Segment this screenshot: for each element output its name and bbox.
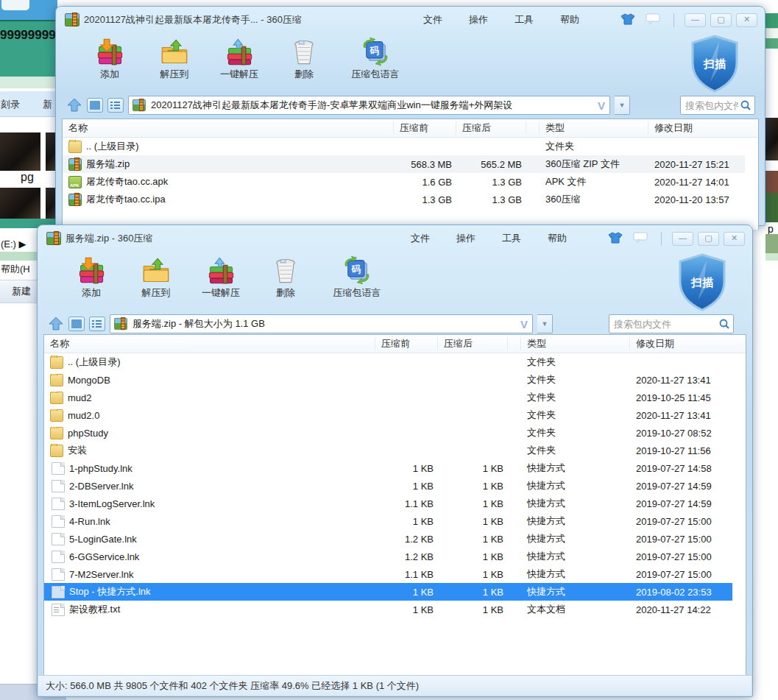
file-row[interactable]: 7-M2Server.lnk1.1 KB1 KB快捷方式2019-07-27 1… bbox=[44, 565, 732, 583]
file-name: 安装 bbox=[68, 444, 87, 457]
view-list-icon[interactable] bbox=[107, 98, 124, 113]
titlebar[interactable]: 20201127战神引起最新版本屠龙传奇手... - 360压缩 文件 操作 工… bbox=[56, 7, 765, 33]
column-after[interactable]: 压缩后 bbox=[438, 337, 508, 350]
column-after[interactable]: 压缩后 bbox=[456, 121, 526, 135]
file-row[interactable]: 服务端.zip568.3 MB565.2 MB360压缩 ZIP 文件2020-… bbox=[63, 155, 745, 173]
file-row[interactable]: MongoDB文件夹2020-11-27 13:41 bbox=[44, 371, 732, 389]
size-before: 1.3 GB bbox=[394, 194, 456, 205]
column-type[interactable]: 类型 bbox=[521, 337, 630, 350]
close-button[interactable]: ✕ bbox=[724, 232, 745, 246]
search-icon[interactable] bbox=[718, 318, 730, 330]
scan-shield-button[interactable]: 扫描 bbox=[687, 33, 743, 95]
file-name-cell: 5-LoginGate.lnk bbox=[44, 533, 375, 545]
file-type: 文件夹 bbox=[540, 140, 648, 153]
file-name-cell: .. (上级目录) bbox=[44, 356, 375, 369]
search-box[interactable] bbox=[680, 96, 755, 115]
file-list-panel: 名称 压缩前 压缩后 类型 修改日期 .. (上级目录)文件夹服务端.zip56… bbox=[62, 119, 759, 230]
minimize-button[interactable]: — bbox=[685, 13, 706, 27]
archive-language-button[interactable]: 码 压缩包语言 bbox=[322, 256, 392, 300]
archive-icon bbox=[68, 158, 82, 171]
menu-help[interactable]: 帮助 bbox=[547, 10, 593, 29]
add-button[interactable]: 添加 bbox=[63, 256, 120, 300]
skin-icon[interactable] bbox=[620, 13, 635, 27]
file-row[interactable]: 安装文件夹2019-10-27 11:56 bbox=[44, 442, 732, 459]
address-input[interactable]: 20201127战神引起最新版本屠龙传奇手游-安卓苹果双端商业win一键服务端+… bbox=[128, 96, 610, 115]
file-row[interactable]: mud2文件夹2019-10-25 11:45 bbox=[44, 389, 732, 406]
minimize-button[interactable]: — bbox=[672, 232, 693, 246]
search-icon[interactable] bbox=[740, 99, 752, 111]
file-row[interactable]: 4-Run.lnk1 KB1 KB快捷方式2019-07-27 15:00 bbox=[44, 512, 732, 530]
background-green-light bbox=[0, 77, 57, 88]
address-input[interactable]: 服务端.zip - 解包大小为 1.1 GB V bbox=[110, 314, 533, 333]
file-row[interactable]: 屠龙传奇tao.cc.ipa1.3 GB1.3 GB360压缩2020-11-2… bbox=[63, 191, 745, 208]
menu-tools[interactable]: 工具 bbox=[501, 10, 547, 29]
menu-operate[interactable]: 操作 bbox=[456, 10, 501, 29]
scan-shield-button[interactable]: 扫描 bbox=[674, 252, 730, 314]
feedback-icon[interactable] bbox=[633, 232, 648, 246]
address-dropdown-button[interactable]: ▼ bbox=[537, 314, 553, 333]
add-button[interactable]: 添加 bbox=[81, 38, 138, 81]
address-dropdown-button[interactable]: ▼ bbox=[615, 96, 630, 115]
file-row[interactable]: 屠龙传奇tao.cc.apk1.6 GB1.3 GBAPK 文件2020-11-… bbox=[63, 173, 745, 191]
search-box[interactable] bbox=[609, 314, 734, 333]
menu-help[interactable]: 帮助 bbox=[534, 229, 580, 248]
lnk-icon bbox=[52, 515, 65, 528]
column-name[interactable]: 名称 bbox=[44, 337, 375, 350]
up-arrow-icon[interactable] bbox=[66, 98, 82, 113]
skin-icon[interactable] bbox=[608, 232, 623, 246]
titlebar[interactable]: 服务端.zip - 360压缩 文件 操作 工具 帮助 — ▢ ✕ bbox=[38, 225, 752, 252]
file-type: 快捷方式 bbox=[521, 568, 630, 581]
scan-label: 扫描 bbox=[703, 57, 726, 70]
view-grid-icon[interactable] bbox=[87, 98, 103, 113]
folder-icon bbox=[50, 392, 63, 404]
one-click-extract-button[interactable]: 一键解压 bbox=[211, 38, 268, 81]
size-after: 565.2 MB bbox=[456, 159, 526, 170]
one-click-extract-button[interactable]: 一键解压 bbox=[192, 256, 250, 300]
maximize-button[interactable]: ▢ bbox=[698, 232, 719, 246]
delete-button[interactable]: 删除 bbox=[275, 38, 333, 81]
file-row[interactable]: 架设教程.txt1 KB1 KB文本文档2020-11-27 14:22 bbox=[44, 601, 732, 618]
file-name: mud2 bbox=[68, 392, 92, 403]
address-bar-row: 20201127战神引起最新版本屠龙传奇手游-安卓苹果双端商业win一键服务端+… bbox=[56, 93, 765, 120]
file-row[interactable]: .. (上级目录)文件夹 bbox=[44, 353, 732, 371]
svg-text:码: 码 bbox=[351, 264, 361, 275]
menu-tools[interactable]: 工具 bbox=[489, 229, 534, 248]
status-bar: 大小: 566.0 MB 共 9805 个文件和 402 个文件夹 压缩率 49… bbox=[38, 675, 752, 696]
file-row[interactable]: Stop - 快捷方式.lnk1 KB1 KB快捷方式2019-08-02 23… bbox=[44, 583, 732, 601]
column-type[interactable]: 类型 bbox=[540, 121, 648, 135]
column-date[interactable]: 修改日期 bbox=[630, 337, 746, 350]
menu-file[interactable]: 文件 bbox=[397, 229, 443, 248]
column-name[interactable]: 名称 bbox=[63, 121, 394, 135]
archive-language-button[interactable]: 码 压缩包语言 bbox=[340, 38, 411, 81]
new-label: 新 bbox=[43, 98, 52, 111]
search-input[interactable] bbox=[612, 318, 718, 330]
file-row[interactable]: mud2.0文件夹2020-11-27 13:41 bbox=[44, 406, 732, 424]
view-grid-icon[interactable] bbox=[68, 317, 85, 331]
search-input[interactable] bbox=[684, 99, 740, 112]
file-row[interactable]: .. (上级目录)文件夹 bbox=[63, 138, 745, 155]
column-date[interactable]: 修改日期 bbox=[648, 121, 758, 135]
extract-to-button[interactable]: 解压到 bbox=[127, 256, 185, 300]
column-before[interactable]: 压缩前 bbox=[394, 121, 456, 135]
delete-button[interactable]: 删除 bbox=[257, 256, 314, 300]
file-row[interactable]: 5-LoginGate.lnk1.2 KB1 KB快捷方式2019-07-27 … bbox=[44, 530, 732, 548]
file-row[interactable]: 6-GGService.lnk1.2 KB1 KB快捷方式2019-07-27 … bbox=[44, 548, 732, 565]
close-button[interactable]: ✕ bbox=[736, 13, 757, 27]
file-list: .. (上级目录)文件夹MongoDB文件夹2020-11-27 13:41mu… bbox=[44, 353, 746, 618]
menu-file[interactable]: 文件 bbox=[410, 10, 456, 29]
file-row[interactable]: 3-ItemLogServer.lnk1.1 KB1 KB快捷方式2019-07… bbox=[44, 495, 732, 512]
file-name: 4-Run.lnk bbox=[69, 516, 110, 527]
file-list: .. (上级目录)文件夹服务端.zip568.3 MB565.2 MB360压缩… bbox=[63, 138, 758, 208]
app-icon bbox=[65, 13, 79, 26]
up-arrow-icon[interactable] bbox=[48, 317, 64, 331]
view-list-icon[interactable] bbox=[89, 317, 105, 331]
file-row[interactable]: phpStudy文件夹2019-10-27 08:52 bbox=[44, 424, 732, 442]
extract-to-icon bbox=[160, 38, 189, 66]
file-row[interactable]: 2-DBServer.lnk1 KB1 KB快捷方式2019-07-27 14:… bbox=[44, 477, 732, 495]
feedback-icon[interactable] bbox=[646, 13, 660, 27]
menu-operate[interactable]: 操作 bbox=[443, 229, 489, 248]
extract-to-button[interactable]: 解压到 bbox=[146, 38, 203, 81]
file-row[interactable]: 1-phpStudy.lnk1 KB1 KB快捷方式2019-07-27 14:… bbox=[44, 459, 732, 477]
column-before[interactable]: 压缩前 bbox=[375, 337, 438, 350]
maximize-button[interactable]: ▢ bbox=[710, 13, 732, 27]
